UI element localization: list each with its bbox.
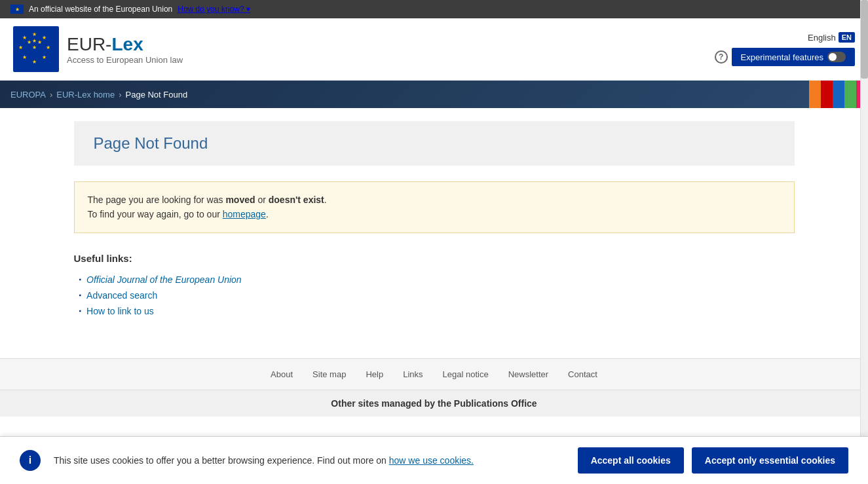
color-bar-red	[821, 81, 833, 108]
breadcrumb-sep-2: ›	[119, 90, 121, 100]
warning-line2-before: To find your way again, go to our	[88, 209, 223, 219]
footer-sitemap[interactable]: Site map	[312, 369, 346, 379]
svg-text:★: ★	[37, 39, 42, 45]
warning-middle: or	[255, 195, 269, 205]
footer-links: About Site map Help Links Legal notice N…	[0, 359, 868, 390]
warning-doesnt-exist: doesn't exist	[269, 195, 324, 205]
color-bars	[809, 81, 868, 108]
svg-text:★: ★	[32, 45, 37, 50]
logo-lex: Lex	[111, 34, 143, 54]
footer-legal-notice[interactable]: Legal notice	[443, 369, 489, 379]
page-not-found-box: Page Not Found	[74, 121, 795, 166]
language-selector[interactable]: English EN	[808, 32, 855, 43]
header: ★ ★ ★ ★ ★ ★ ★ ★ ★ ★ ★ ★ EUR-Lex Acce	[0, 18, 868, 81]
how-do-you-know-link[interactable]: How do you know? ▾	[178, 5, 250, 14]
help-icon[interactable]: ?	[715, 50, 728, 64]
breadcrumb-europa[interactable]: EUROPA	[10, 90, 46, 100]
breadcrumb-eurlex-home[interactable]: EUR-Lex home	[56, 90, 115, 100]
warning-moved: moved	[225, 195, 255, 205]
footer-help[interactable]: Help	[366, 369, 383, 379]
warning-after: .	[324, 195, 327, 205]
page-title: Page Not Found	[94, 134, 775, 153]
svg-text:★: ★	[22, 35, 27, 41]
lang-badge: EN	[839, 32, 855, 43]
svg-text:★: ★	[42, 54, 47, 60]
footer-newsletter[interactable]: Newsletter	[508, 369, 548, 379]
warning-line2-after: .	[266, 209, 269, 219]
header-right: English EN ? Experimental features	[715, 32, 855, 66]
color-bar-green	[844, 81, 856, 108]
footer-links-link[interactable]: Links	[403, 369, 423, 379]
eu-flag: ★ ★ ★ ★ ★ ★ ★ ★ ★ ★ ★ ★	[13, 26, 59, 72]
svg-text:★: ★	[32, 31, 37, 37]
nav-bar: EUROPA › EUR-Lex home › Page Not Found	[0, 81, 868, 108]
chevron-icon: ▾	[246, 5, 250, 14]
list-item: How to link to us	[79, 303, 795, 319]
link-how-to-link[interactable]: How to link to us	[86, 306, 154, 316]
breadcrumb: EUROPA › EUR-Lex home › Page Not Found	[10, 90, 187, 100]
useful-links-list: Official Journal of the European Union A…	[74, 272, 795, 319]
color-bar-orange	[809, 81, 821, 108]
footer: About Site map Help Links Legal notice N…	[0, 358, 868, 417]
homepage-link[interactable]: homepage	[223, 209, 266, 219]
logo-tagline: Access to European Union law	[67, 55, 183, 65]
svg-text:★: ★	[32, 38, 37, 44]
warning-line-1: The page you are looking for was moved o…	[88, 193, 781, 207]
warning-box: The page you are looking for was moved o…	[74, 181, 795, 233]
warning-line-2: To find your way again, go to our homepa…	[88, 207, 781, 221]
language-text: English	[808, 33, 836, 43]
logo-text: EUR-Lex Access to European Union law	[67, 34, 183, 65]
list-item: Advanced search	[79, 288, 795, 303]
top-bar: ★ An official website of the European Un…	[0, 0, 868, 18]
eu-flag-small: ★	[10, 5, 24, 14]
breadcrumb-current: Page Not Found	[126, 90, 188, 100]
useful-links-title: Useful links:	[74, 253, 795, 264]
footer-about[interactable]: About	[271, 369, 293, 379]
logo-area: ★ ★ ★ ★ ★ ★ ★ ★ ★ ★ ★ ★ EUR-Lex Acce	[13, 26, 183, 72]
main-content: Page Not Found The page you are looking …	[74, 108, 795, 332]
official-text: An official website of the European Unio…	[29, 5, 172, 14]
svg-text:★: ★	[22, 54, 27, 60]
color-bar-blue	[833, 81, 844, 108]
svg-text:★: ★	[27, 39, 31, 45]
warning-text-before: The page you are looking for was	[88, 195, 226, 205]
experimental-features-area: ? Experimental features	[715, 48, 855, 66]
scrollbar[interactable]	[860, 0, 868, 417]
svg-text:★: ★	[18, 45, 23, 50]
useful-links: Useful links: Official Journal of the Eu…	[74, 253, 795, 319]
experimental-features-button[interactable]: Experimental features	[732, 48, 855, 66]
svg-text:★: ★	[46, 45, 50, 50]
scrollbar-thumb[interactable]	[861, 0, 868, 79]
list-item: Official Journal of the European Union	[79, 272, 795, 288]
logo-eur: EUR-	[67, 34, 111, 54]
other-sites: Other sites managed by the Publications …	[0, 390, 868, 417]
svg-text:★: ★	[32, 59, 37, 65]
svg-text:★: ★	[42, 35, 47, 41]
link-advanced-search[interactable]: Advanced search	[86, 290, 157, 301]
link-official-journal[interactable]: Official Journal of the European Union	[86, 274, 242, 285]
experimental-toggle[interactable]	[827, 52, 846, 62]
footer-contact[interactable]: Contact	[568, 369, 597, 379]
breadcrumb-sep-1: ›	[50, 90, 52, 100]
